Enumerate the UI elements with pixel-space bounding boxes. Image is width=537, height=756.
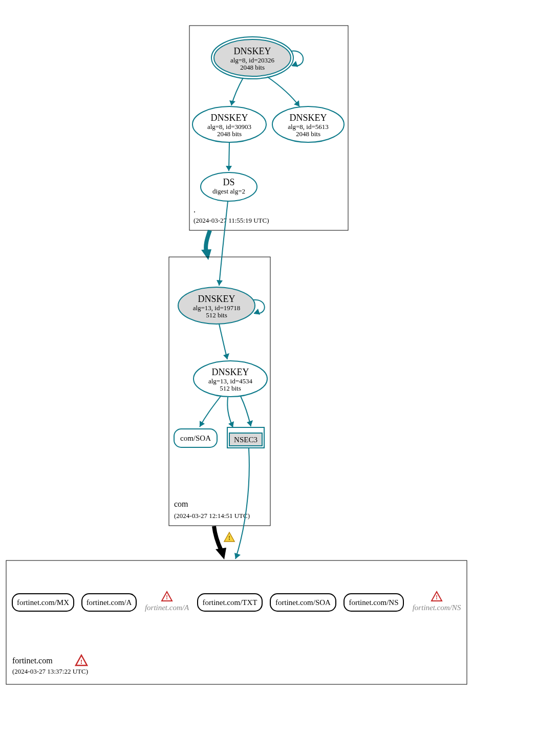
svg-text:fortinet.com/NS: fortinet.com/NS	[349, 598, 398, 607]
svg-text:alg=8, id=30903: alg=8, id=30903	[207, 123, 251, 131]
svg-text:alg=13, id=4534: alg=13, id=4534	[208, 377, 253, 385]
node-root-ds: DS digest alg=2	[201, 172, 257, 201]
svg-text:fortinet.com/TXT: fortinet.com/TXT	[202, 598, 257, 607]
rr-node: fortinet.com/A	[82, 594, 136, 611]
edge-root-to-com	[206, 230, 210, 252]
svg-text:DNSKEY: DNSKEY	[289, 113, 327, 123]
zone-root-label: .	[194, 205, 196, 214]
svg-text:fortinet.com/SOA: fortinet.com/SOA	[275, 598, 331, 607]
svg-text:512 bits: 512 bits	[220, 384, 241, 392]
node-com-zsk: DNSKEY alg=13, id=4534 512 bits	[194, 361, 267, 397]
svg-marker-18	[226, 166, 232, 171]
svg-text:!: !	[228, 534, 230, 542]
error-icon: !	[76, 655, 87, 665]
svg-text:DS: DS	[223, 177, 234, 187]
rr-node-error: ! fortinet.com/A	[145, 592, 189, 612]
svg-text:alg=8, id=5613: alg=8, id=5613	[288, 123, 329, 131]
dnssec-diagram: DNSKEY alg=8, id=20326 2048 bits DNSKEY …	[0, 0, 537, 756]
warning-icon: !	[224, 532, 234, 542]
svg-text:fortinet.com/NS: fortinet.com/NS	[413, 603, 461, 612]
svg-text:digest alg=2: digest alg=2	[212, 187, 245, 195]
node-com-ksk: DNSKEY alg=13, id=19718 512 bits	[178, 287, 255, 324]
node-root-zsk1: DNSKEY alg=8, id=30903 2048 bits	[192, 106, 266, 142]
svg-text:2048 bits: 2048 bits	[296, 130, 320, 138]
svg-text:!: !	[166, 594, 168, 601]
svg-text:alg=8, id=20326: alg=8, id=20326	[230, 56, 275, 64]
svg-text:fortinet.com/A: fortinet.com/A	[87, 598, 132, 607]
rr-node: fortinet.com/SOA	[270, 594, 336, 611]
svg-text:com/SOA: com/SOA	[180, 434, 211, 442]
node-root-zsk2: DNSKEY alg=8, id=5613 2048 bits	[272, 106, 344, 142]
svg-marker-39	[216, 548, 226, 559]
svg-text:DNSKEY: DNSKEY	[198, 294, 235, 304]
svg-marker-19	[201, 249, 211, 260]
rr-node: fortinet.com/MX	[12, 594, 74, 611]
node-com-nsec3: NSEC3	[227, 427, 264, 448]
rr-node: fortinet.com/NS	[344, 594, 403, 611]
edge-com-to-leaf	[214, 526, 221, 550]
svg-text:alg=13, id=19718: alg=13, id=19718	[193, 304, 241, 312]
svg-text:!: !	[436, 594, 438, 601]
svg-text:!: !	[80, 658, 82, 665]
svg-text:NSEC3: NSEC3	[234, 436, 257, 444]
svg-text:fortinet.com/A: fortinet.com/A	[145, 603, 189, 612]
svg-marker-20	[217, 280, 223, 286]
error-icon: !	[432, 592, 442, 601]
node-root-ksk: DNSKEY alg=8, id=20326 2048 bits	[211, 37, 293, 79]
svg-text:512 bits: 512 bits	[206, 311, 227, 319]
zone-leaf-label: fortinet.com	[12, 656, 53, 665]
svg-text:DNSKEY: DNSKEY	[210, 113, 248, 123]
svg-text:2048 bits: 2048 bits	[240, 63, 265, 71]
svg-text:DNSKEY: DNSKEY	[211, 367, 249, 377]
dnskey-label: DNSKEY	[233, 46, 271, 56]
zone-com-time: (2024-03-27 12:14:51 UTC)	[174, 512, 250, 520]
svg-text:2048 bits: 2048 bits	[217, 130, 242, 138]
rr-node: fortinet.com/TXT	[198, 594, 262, 611]
svg-text:fortinet.com/MX: fortinet.com/MX	[17, 598, 69, 607]
node-com-soa: com/SOA	[174, 429, 217, 447]
zone-leaf-time: (2024-03-27 13:37:22 UTC)	[12, 667, 88, 675]
zone-com-label: com	[174, 500, 188, 508]
svg-marker-13	[229, 100, 235, 105]
zone-root-time: (2024-03-27 11:55:19 UTC)	[194, 217, 269, 224]
error-icon: !	[162, 592, 172, 601]
rr-node-error: ! fortinet.com/NS	[413, 592, 461, 612]
